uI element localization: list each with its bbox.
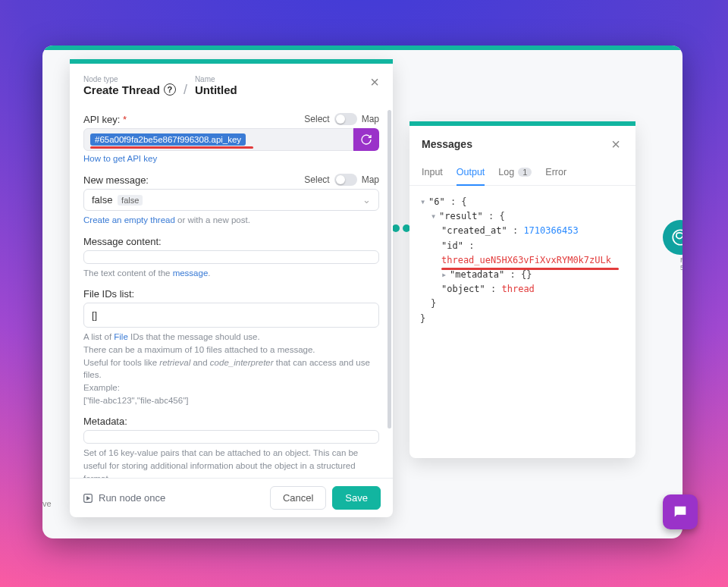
- file-ids-input[interactable]: []: [83, 303, 379, 328]
- metadata-input[interactable]: [83, 430, 379, 444]
- api-key-input[interactable]: #65a00f9fa2be5e867f996308.api_key: [83, 128, 353, 151]
- messages-close-icon[interactable]: ×: [608, 137, 623, 152]
- json-output: "6" : { "result" : { "created_at" : 1710…: [410, 186, 635, 335]
- api-key-select-label: Select: [304, 114, 329, 124]
- name-hint: Name: [195, 75, 237, 83]
- api-key-help-link[interactable]: How to get API key: [83, 154, 157, 163]
- api-key-map-label: Map: [362, 114, 379, 124]
- refresh-button[interactable]: [353, 128, 379, 151]
- chat-fab[interactable]: [663, 494, 698, 529]
- node-type-hint: Node type: [83, 75, 176, 83]
- node-type-title: Create Thread: [83, 83, 160, 96]
- new-message-value: false: [92, 194, 112, 206]
- node-editor-panel: Node type Create Thread ? / Name Untitle…: [70, 59, 393, 517]
- file-doc-link[interactable]: File: [114, 332, 128, 341]
- cancel-button[interactable]: Cancel: [270, 486, 326, 510]
- play-icon: [82, 492, 94, 504]
- run-node-once-button[interactable]: Run node once: [82, 492, 165, 504]
- node-run-meta: Run5.10s): [680, 256, 682, 272]
- new-message-tag: false: [118, 195, 143, 206]
- save-button[interactable]: Save: [332, 486, 381, 510]
- tab-input[interactable]: Input: [422, 162, 443, 185]
- message-content-input[interactable]: [83, 250, 379, 264]
- new-message-select[interactable]: false false ⌄: [83, 189, 379, 211]
- metadata-label: Metadata:: [83, 416, 127, 427]
- openai-icon: [670, 228, 682, 247]
- message-content-label: Message content:: [83, 236, 162, 247]
- messages-title: Messages: [422, 138, 472, 150]
- tab-output[interactable]: Output: [457, 162, 485, 185]
- close-icon[interactable]: ×: [367, 74, 382, 89]
- thread-id-value: thread_ueN5HX63vFiXvxRYM0k7zULk: [441, 253, 611, 268]
- log-count-badge: 1: [518, 168, 532, 177]
- message-doc-link[interactable]: message: [173, 268, 209, 278]
- file-ids-label: File IDs list:: [83, 288, 134, 300]
- api-key-label: API key:: [83, 114, 120, 125]
- api-key-chip: #65a00f9fa2be5e867f996308.api_key: [90, 133, 246, 146]
- node-connector: [392, 228, 410, 229]
- tab-error[interactable]: Error: [545, 162, 566, 185]
- help-icon[interactable]: ?: [164, 83, 176, 96]
- tab-log[interactable]: Log 1: [498, 162, 532, 185]
- messages-panel: Messages × Input Output Log 1 Error "6" …: [410, 121, 635, 458]
- refresh-icon: [360, 133, 372, 146]
- new-message-label: New message:: [83, 174, 149, 186]
- create-empty-thread-link[interactable]: Create an empty thread: [83, 215, 175, 224]
- breadcrumb-separator: /: [184, 73, 187, 98]
- chat-icon: [672, 504, 689, 520]
- node-name[interactable]: Untitled: [195, 83, 237, 96]
- api-key-select-map-toggle[interactable]: [334, 113, 357, 125]
- annotation-underline: [90, 146, 253, 149]
- canvas-edge-text: ve: [42, 499, 52, 508]
- new-message-toggle[interactable]: [334, 174, 357, 186]
- canvas-ai-node[interactable]: [663, 220, 682, 255]
- chevron-down-icon: ⌄: [362, 194, 371, 206]
